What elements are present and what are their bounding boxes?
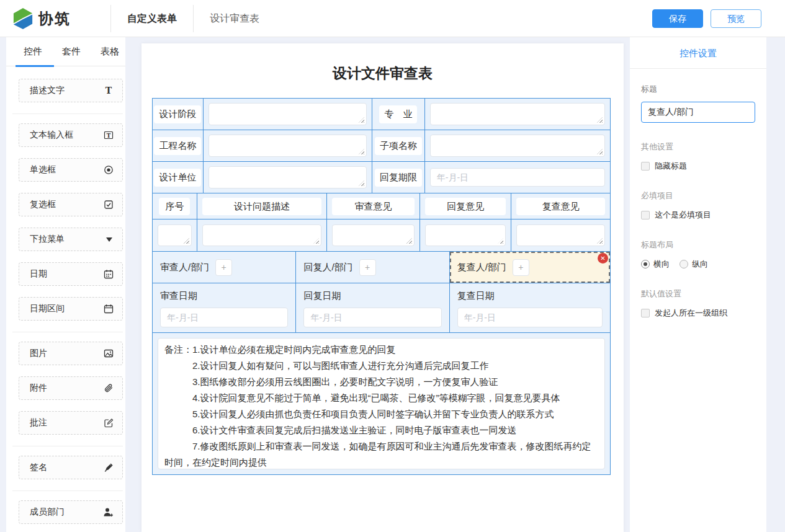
sidebar-separator <box>12 446 123 446</box>
reply-opinion-header: 回复意见 <box>425 198 506 215</box>
delete-control-button[interactable]: ✕ <box>598 253 608 264</box>
review-opinion-textarea[interactable] <box>332 224 415 246</box>
controls-sidebar: 控件 套件 表格 描述文字 T 文本输入框 T 单选框 复选框 <box>6 37 125 532</box>
add-member-button[interactable]: + <box>513 259 529 276</box>
date-row: 审查日期 回复日期 复查日期 <box>153 283 610 333</box>
recheck-opinion-header-cell[interactable]: 复查意见 <box>511 193 610 219</box>
form-title: 设计文件审查表 <box>141 64 624 83</box>
design-stage-textarea[interactable] <box>209 103 367 125</box>
reply-date-input[interactable] <box>303 308 441 327</box>
resize-handle[interactable] <box>313 238 319 244</box>
svg-text:T: T <box>105 86 112 95</box>
info-row-project-name: 工程名称 子项名称 <box>153 130 610 162</box>
reply-deadline-label-cell[interactable]: 回复期限 <box>372 162 425 193</box>
resize-handle[interactable] <box>184 238 189 244</box>
recheck-opinion-input-cell <box>511 219 610 251</box>
issue-input-row <box>153 219 610 252</box>
rechecker-department-label: 复查人/部门 <box>457 262 506 273</box>
layout-vertical-label: 纵向 <box>692 259 708 270</box>
reviewer-department-label: 审查人/部门 <box>160 262 209 273</box>
control-item-text-input[interactable]: 文本输入框 T <box>19 123 123 147</box>
info-row-design-stage: 设计阶段 专 业 <box>153 99 610 130</box>
annotation-icon <box>104 418 114 428</box>
notes-textarea[interactable]: 备注：1.设计单位必须在规定时间内完成审查意见的回复 2.设计回复人如有疑问，可… <box>158 338 605 469</box>
subitem-name-label-cell[interactable]: 子项名称 <box>372 130 425 161</box>
specialty-textarea[interactable] <box>430 103 605 125</box>
dropdown-icon <box>105 235 114 244</box>
review-opinion-header-cell[interactable]: 审查意见 <box>327 193 420 219</box>
resize-handle[interactable] <box>597 149 603 154</box>
resize-handle[interactable] <box>597 117 603 123</box>
control-item-image[interactable]: 图片 <box>19 342 123 365</box>
other-settings-label: 其他设置 <box>641 141 755 153</box>
resize-handle[interactable] <box>359 117 364 123</box>
sidebar-separator <box>12 332 123 332</box>
control-item-date-range[interactable]: 日期区间 <box>19 297 123 321</box>
issue-desc-header-cell[interactable]: 设计问题描述 <box>197 193 327 219</box>
review-date-cell[interactable]: 审查日期 <box>153 283 296 332</box>
default-org-checkbox[interactable] <box>641 309 650 317</box>
required-checkbox[interactable] <box>641 211 650 219</box>
subitem-name-textarea[interactable] <box>430 135 605 157</box>
resize-handle[interactable] <box>597 238 603 244</box>
title-field-input[interactable] <box>641 102 755 123</box>
specialty-label: 专 业 <box>379 105 417 123</box>
issue-desc-textarea[interactable] <box>202 224 321 246</box>
reply-deadline-date-input[interactable] <box>430 168 605 187</box>
image-icon <box>104 348 114 358</box>
add-member-button[interactable]: + <box>215 259 232 276</box>
reply-date-cell[interactable]: 回复日期 <box>296 283 449 332</box>
preview-button[interactable]: 预览 <box>711 9 761 28</box>
rechecker-department-cell-selected[interactable]: 复查人/部门 + ✕ <box>450 252 610 283</box>
seq-textarea[interactable] <box>158 224 192 246</box>
control-item-signature[interactable]: 签名 <box>19 456 123 479</box>
resize-handle[interactable] <box>406 238 412 244</box>
title-layout-label: 标题布局 <box>641 239 755 250</box>
seq-header-cell[interactable]: 序号 <box>153 193 197 219</box>
project-name-label-cell[interactable]: 工程名称 <box>153 130 204 161</box>
sidebar-tab-kits[interactable]: 套件 <box>62 46 81 58</box>
resize-handle[interactable] <box>498 238 503 244</box>
control-item-member-department[interactable]: 成员部门 <box>19 500 123 524</box>
replier-department-cell[interactable]: 回复人/部门 + <box>296 252 449 283</box>
project-name-textarea[interactable] <box>209 135 367 157</box>
review-date-input[interactable] <box>160 308 288 327</box>
sidebar-tab-tables[interactable]: 表格 <box>101 46 119 58</box>
design-stage-label: 设计阶段 <box>154 105 201 123</box>
design-unit-label-cell[interactable]: 设计单位 <box>153 162 204 193</box>
design-stage-label-cell[interactable]: 设计阶段 <box>153 99 204 130</box>
reply-opinion-header-cell[interactable]: 回复意见 <box>420 193 512 219</box>
save-button[interactable]: 保存 <box>652 9 703 28</box>
control-item-annotation[interactable]: 批注 <box>19 411 123 435</box>
recheck-opinion-textarea[interactable] <box>516 224 605 246</box>
reviewer-department-cell[interactable]: 审查人/部门 + <box>153 252 296 283</box>
tab-design-review-form[interactable]: 设计审查表 <box>194 0 276 37</box>
layout-horizontal-radio[interactable] <box>641 260 650 268</box>
tab-custom-form[interactable]: 自定义表单 <box>111 0 193 37</box>
recheck-date-input[interactable] <box>457 308 603 327</box>
hide-title-checkbox[interactable] <box>641 162 650 171</box>
layout-horizontal-label: 横向 <box>653 259 670 270</box>
control-item-checkbox[interactable]: 复选框 <box>19 193 123 216</box>
reply-opinion-textarea[interactable] <box>425 224 506 246</box>
paperclip-icon <box>104 383 114 393</box>
active-tab-underline <box>16 65 54 67</box>
sidebar-tab-controls[interactable]: 控件 <box>24 46 42 58</box>
control-item-radio[interactable]: 单选框 <box>19 158 123 182</box>
layout-vertical-radio[interactable] <box>680 260 688 268</box>
control-item-description-text[interactable]: 描述文字 T <box>19 79 123 102</box>
default-value-section: 默认值设置 发起人所在一级组织 <box>641 288 755 319</box>
reply-deadline-label: 回复期限 <box>375 169 422 187</box>
recheck-date-cell[interactable]: 复查日期 <box>450 283 610 332</box>
design-unit-textarea[interactable] <box>209 166 367 188</box>
subitem-name-label: 子项名称 <box>375 137 422 155</box>
resize-handle[interactable] <box>359 149 364 154</box>
control-item-attachment[interactable]: 附件 <box>19 376 123 400</box>
add-member-button[interactable]: + <box>359 259 376 276</box>
control-item-dropdown[interactable]: 下拉菜单 <box>19 228 123 251</box>
control-item-date[interactable]: 日期 <box>19 262 123 286</box>
project-name-input-cell <box>204 130 372 161</box>
default-org-checkbox-label: 发起人所在一级组织 <box>655 308 727 319</box>
resize-handle[interactable] <box>359 180 364 186</box>
specialty-label-cell[interactable]: 专 业 <box>372 99 425 130</box>
